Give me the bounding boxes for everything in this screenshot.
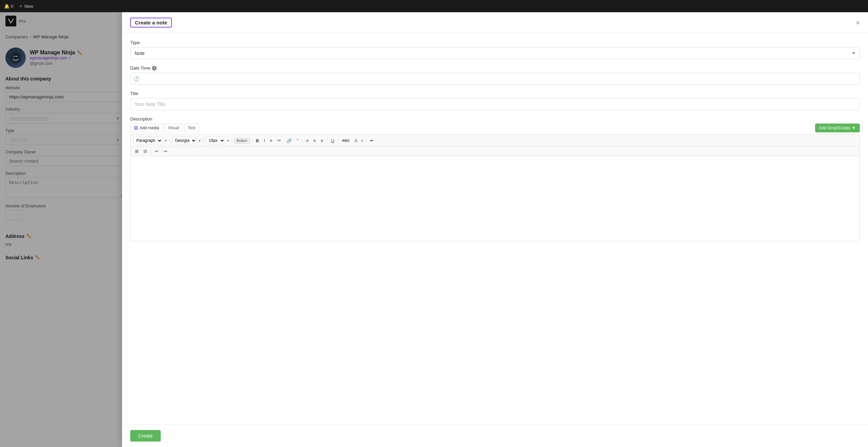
more-options-btn[interactable]: ✒	[368, 137, 375, 144]
paragraph-select[interactable]: Paragraph	[133, 137, 163, 144]
plus-icon: ＋	[19, 3, 23, 9]
add-media-label: Add media	[140, 126, 159, 130]
description-form-field: Description 🖼 Add media Visual Text	[130, 116, 860, 241]
datetime-form-label: Date Time i	[130, 66, 860, 71]
sep6	[327, 138, 328, 143]
modal-overlay: Create a note × Type Note Date Time i	[0, 12, 868, 447]
svg-text:≔: ≔	[277, 138, 281, 143]
datetime-info-icon: i	[152, 66, 157, 71]
strikethrough-btn[interactable]: ABC	[340, 138, 352, 144]
smartcodes-chevron: ▼	[852, 126, 856, 130]
underline-btn[interactable]: U	[330, 137, 336, 144]
button-style-btn[interactable]: Button	[234, 138, 250, 144]
datetime-input[interactable]	[130, 73, 860, 85]
editor-second-row: ⊞ ⊟ ↩ ↪	[131, 147, 860, 156]
undo-btn[interactable]: ↩	[153, 148, 160, 154]
color-chevron: ▼	[360, 139, 364, 143]
datetime-input-wrapper: 🕐	[130, 73, 860, 85]
sep3	[232, 138, 232, 143]
new-button[interactable]: ＋ New	[19, 3, 33, 9]
datetime-form-field: Date Time i 🕐	[130, 66, 860, 85]
notification-count: 0	[11, 4, 13, 9]
datetime-label-text: Date Time	[130, 66, 150, 71]
title-form-label: Title	[130, 91, 860, 96]
type-form-field: Type Note	[130, 40, 860, 59]
add-media-button[interactable]: 🖼 Add media	[130, 124, 163, 132]
modal-close-button[interactable]: ×	[856, 19, 860, 26]
type-form-label: Type	[130, 40, 860, 45]
text-color-btn[interactable]: A	[353, 137, 359, 144]
add-media-icon: 🖼	[134, 126, 138, 130]
bell-icon: 🔔	[4, 4, 9, 9]
bold-btn[interactable]: B	[254, 137, 261, 144]
ordered-list-btn[interactable]: ≔	[275, 137, 283, 144]
description-toolbar: 🖼 Add media Visual Text Add SmartCodes ▼	[130, 124, 860, 132]
editor-body[interactable]	[131, 156, 860, 241]
note-title-input[interactable]	[130, 98, 860, 110]
visual-button[interactable]: Visual	[164, 124, 182, 132]
modal-body: Type Note Date Time i 🕐	[122, 33, 868, 424]
size-select[interactable]: 16px	[206, 137, 225, 144]
title-form-field: Title	[130, 91, 860, 110]
format-chevron2: ▼	[198, 139, 201, 143]
sep8	[366, 138, 366, 143]
redo-btn[interactable]: ↪	[162, 148, 169, 154]
add-smartcodes-label: Add SmartCodes	[819, 126, 850, 130]
font-select[interactable]: Georgia	[172, 137, 197, 144]
description-left-actions: 🖼 Add media Visual Text	[130, 124, 199, 132]
unordered-list-btn[interactable]: ≡	[268, 137, 274, 144]
new-label: New	[24, 4, 33, 9]
type-select[interactable]: Note	[130, 47, 860, 59]
modal-footer: Create	[122, 424, 868, 447]
format-chevron3: ▼	[226, 139, 230, 143]
italic-btn[interactable]: I	[262, 137, 267, 144]
notifications-area[interactable]: 🔔 0	[4, 4, 13, 9]
blockquote-btn[interactable]: "	[295, 137, 300, 144]
sep9	[151, 149, 151, 154]
modal-header: Create a note ×	[122, 12, 868, 33]
create-note-modal: Create a note × Type Note Date Time i	[122, 12, 868, 447]
text-button[interactable]: Text	[184, 124, 199, 132]
sep7	[338, 138, 338, 143]
align-right-btn[interactable]: ≡	[319, 137, 325, 144]
link-btn[interactable]: 🔗	[285, 137, 294, 144]
description-right-actions: Add SmartCodes ▼	[815, 124, 860, 132]
align-left-btn[interactable]: ≡	[304, 137, 311, 144]
sep2	[203, 138, 204, 143]
clock-icon: 🕐	[134, 76, 139, 81]
modal-title: Create a note	[130, 18, 172, 27]
table-insert-btn[interactable]: ⊞	[133, 148, 140, 154]
sep5	[302, 138, 302, 143]
format-chevron1: ▼	[164, 139, 167, 143]
align-center-btn[interactable]: ≡	[312, 137, 318, 144]
table-options-btn[interactable]: ⊟	[142, 148, 149, 154]
top-bar: 🔔 0 ＋ New	[0, 0, 868, 12]
sep4	[252, 138, 252, 143]
add-smartcodes-button[interactable]: Add SmartCodes ▼	[815, 124, 860, 132]
main-layout: Pro Companies / WP Manage Ninja	[0, 12, 868, 447]
create-button[interactable]: Create	[130, 430, 161, 442]
description-form-label: Description	[130, 116, 860, 122]
editor-format-bar: Paragraph ▼ Georgia ▼ 16px	[131, 135, 860, 147]
sep1	[170, 138, 170, 143]
editor-container: Paragraph ▼ Georgia ▼ 16px	[130, 134, 860, 241]
